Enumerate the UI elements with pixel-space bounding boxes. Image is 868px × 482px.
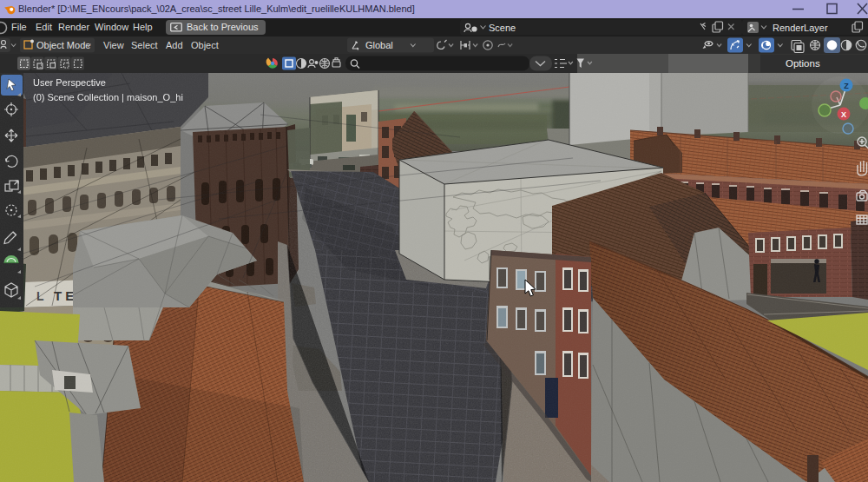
svg-text:Options: Options — [786, 58, 820, 69]
svg-text:Add: Add — [166, 40, 183, 50]
svg-text:View: View — [103, 40, 124, 50]
svg-text:Scene: Scene — [489, 23, 516, 33]
svg-text:Global: Global — [365, 40, 393, 50]
svg-text:RenderLayer: RenderLayer — [773, 23, 828, 33]
svg-text:Select: Select — [131, 40, 158, 50]
svg-text:Object: Object — [191, 40, 219, 50]
svg-text:Object Mode: Object Mode — [36, 40, 90, 50]
